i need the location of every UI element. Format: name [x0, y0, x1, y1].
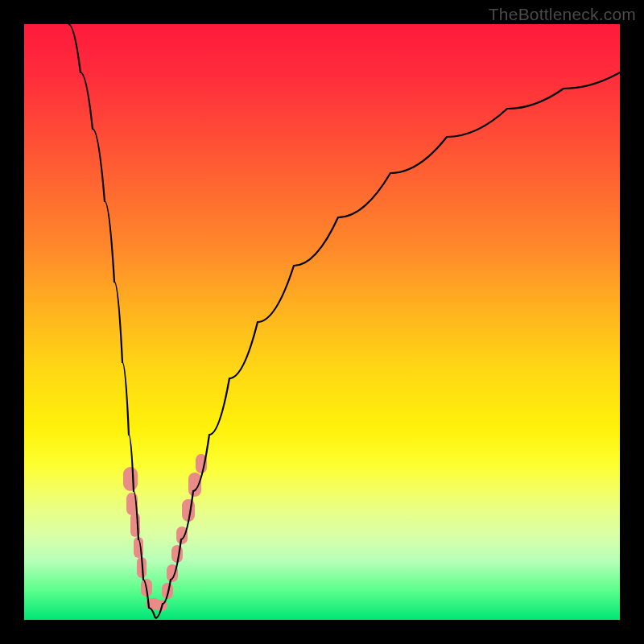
bottleneck-curve-right	[155, 72, 620, 618]
marker-layer	[123, 454, 207, 611]
sample-marker	[176, 526, 188, 544]
bottleneck-curve-left	[68, 24, 155, 618]
plot-area	[24, 24, 620, 620]
sample-marker	[171, 545, 183, 563]
watermark-text: TheBottleneck.com	[489, 5, 636, 24]
chart-svg	[24, 24, 620, 620]
chart-frame: TheBottleneck.com	[0, 0, 644, 644]
sample-marker	[123, 467, 138, 491]
